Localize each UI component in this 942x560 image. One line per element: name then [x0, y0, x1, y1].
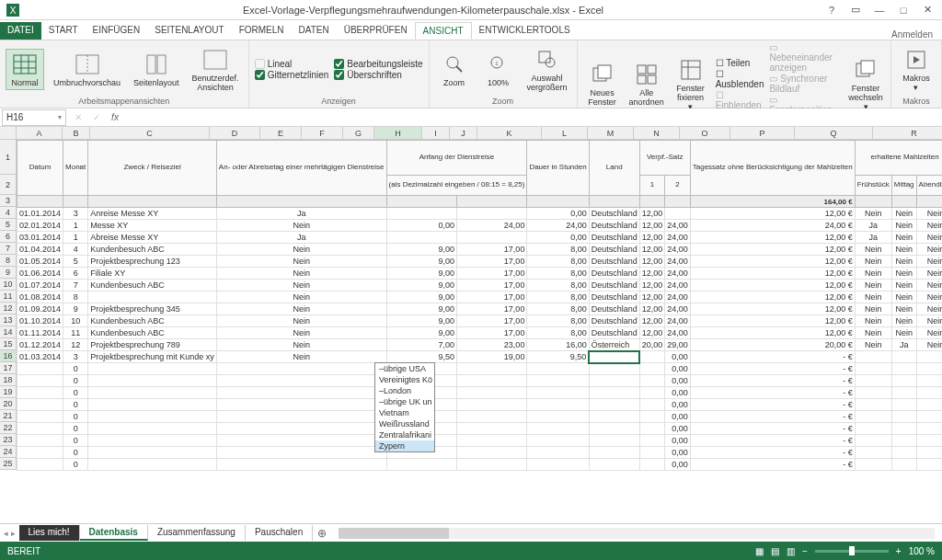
cell[interactable]: 01.09.2014 — [17, 303, 63, 315]
cell[interactable] — [527, 411, 589, 423]
cell[interactable]: Ja — [216, 208, 386, 220]
cell[interactable] — [891, 399, 916, 411]
cell[interactable]: 0 — [63, 387, 88, 399]
cell[interactable] — [17, 399, 63, 411]
maximize-icon[interactable]: □ — [892, 2, 914, 18]
cell[interactable]: 17,00 — [456, 268, 526, 280]
cell[interactable]: 0,00 — [665, 387, 691, 399]
cell[interactable]: 24,00 — [456, 220, 526, 232]
cell[interactable] — [665, 208, 691, 220]
cell[interactable] — [17, 459, 63, 471]
cell[interactable] — [216, 387, 386, 399]
summary-cell[interactable] — [63, 196, 88, 208]
cell[interactable]: Deutschland — [589, 268, 639, 280]
cell[interactable] — [216, 423, 386, 435]
zoom-button[interactable]: Zoom — [435, 50, 474, 89]
cell[interactable]: 12,00 — [639, 220, 665, 232]
cell[interactable]: Nein — [891, 315, 916, 327]
cell[interactable]: 01.06.2014 — [17, 268, 63, 280]
cell[interactable]: 12,00 — [639, 291, 665, 303]
cell[interactable]: 12,00 — [639, 244, 665, 256]
cell[interactable] — [456, 447, 526, 459]
cell[interactable]: 5 — [63, 256, 88, 268]
minimize-icon[interactable]: — — [868, 2, 890, 18]
header-cell[interactable]: An- oder Abreisetag einer mehrtägigen Di… — [216, 141, 386, 196]
cell[interactable]: 0 — [63, 423, 88, 435]
cell[interactable]: Deutschland — [589, 327, 639, 339]
dropdown-item[interactable]: –London — [375, 385, 434, 396]
dropdown-item[interactable]: Vereinigtes Kö — [375, 374, 434, 385]
freeze-panes-button[interactable]: Fenster fixieren ▾ — [672, 55, 710, 113]
cell[interactable]: 8,00 — [527, 291, 589, 303]
confirm-formula-icon[interactable]: ✓ — [88, 112, 105, 122]
cell[interactable]: 24,00 € — [690, 220, 855, 232]
row-header-21[interactable]: 21 — [0, 410, 17, 422]
sheet-tab-zusammenfassung[interactable]: Zusammenfassung — [148, 525, 246, 541]
cell[interactable]: Projektbesprechung mit Kunde xy — [88, 351, 217, 363]
cell[interactable]: 17,00 — [456, 303, 526, 315]
cell[interactable] — [527, 423, 589, 435]
cell[interactable]: 3 — [63, 208, 88, 220]
cell[interactable]: 20,00 € — [690, 339, 855, 351]
cell[interactable]: 0,00 — [665, 459, 691, 471]
cell[interactable]: 6 — [63, 268, 88, 280]
cell[interactable]: 24,00 — [665, 291, 691, 303]
cell[interactable] — [916, 351, 942, 363]
cell[interactable] — [386, 208, 456, 220]
cell[interactable]: Nein — [216, 268, 386, 280]
col-header-F[interactable]: F — [302, 127, 343, 140]
cancel-formula-icon[interactable]: ✕ — [70, 112, 86, 122]
cell[interactable]: 19,00 — [456, 351, 526, 363]
row-header-5[interactable]: 5 — [0, 219, 17, 231]
cell[interactable]: 12,00 — [639, 256, 665, 268]
zoom-slider[interactable] — [815, 550, 889, 553]
spreadsheet-grid[interactable]: ABCDEFGHIJKLMNOPQR 123456789101112131415… — [0, 127, 942, 523]
close-icon[interactable]: ✕ — [916, 2, 938, 18]
cell[interactable]: 12,00 — [639, 208, 665, 220]
cell[interactable]: Kundenbesuch ABC — [88, 315, 217, 327]
cell[interactable]: 03.01.2014 — [17, 232, 63, 244]
cell[interactable]: 24,00 — [665, 244, 691, 256]
summary-cell[interactable] — [855, 196, 891, 208]
cell[interactable]: Nein — [855, 268, 891, 280]
cell[interactable]: 12,00 € — [690, 256, 855, 268]
cell[interactable]: 17,00 — [456, 280, 526, 291]
col-header-L[interactable]: L — [542, 127, 588, 140]
cell[interactable]: Österreich — [589, 339, 639, 351]
cell[interactable]: Nein — [855, 256, 891, 268]
cell[interactable]: 01.11.2014 — [17, 327, 63, 339]
cell[interactable] — [88, 459, 217, 471]
cell[interactable]: Nein — [855, 291, 891, 303]
col-header-Q[interactable]: Q — [795, 127, 873, 140]
cell[interactable]: 8,00 — [527, 256, 589, 268]
cell[interactable] — [589, 435, 639, 447]
cell[interactable] — [855, 411, 891, 423]
cell[interactable]: 0 — [63, 435, 88, 447]
cell[interactable] — [88, 363, 217, 375]
cell[interactable]: 01.01.2014 — [17, 208, 63, 220]
cell[interactable]: 0,00 — [665, 447, 691, 459]
cell[interactable]: Nein — [891, 291, 916, 303]
cell[interactable]: 12,00 — [639, 303, 665, 315]
cell[interactable] — [216, 399, 386, 411]
cell[interactable]: 29,00 — [665, 339, 691, 351]
cell[interactable] — [916, 363, 942, 375]
cell[interactable]: Nein — [855, 244, 891, 256]
cell[interactable]: 23,00 — [456, 339, 526, 351]
summary-cell[interactable]: 164,00 € — [690, 196, 855, 208]
header-cell[interactable]: Monat — [63, 141, 88, 196]
cell[interactable]: 9,00 — [386, 291, 456, 303]
column-headers[interactable]: ABCDEFGHIJKLMNOPQR — [17, 127, 942, 140]
sheet-tab-lies-mich-[interactable]: Lies mich! — [19, 525, 80, 541]
cell[interactable]: Ja — [216, 232, 386, 244]
cell[interactable] — [456, 208, 526, 220]
cell[interactable]: Nein — [216, 339, 386, 351]
cell[interactable]: Deutschland — [589, 315, 639, 327]
arrange-all-button[interactable]: Alle anordnen — [627, 60, 666, 109]
summary-cell[interactable] — [665, 196, 691, 208]
cell[interactable]: 12,00 € — [690, 303, 855, 315]
cell[interactable]: Anreise Messe XY — [88, 208, 217, 220]
cell[interactable] — [639, 375, 665, 387]
cell[interactable]: Nein — [916, 220, 942, 232]
cell[interactable] — [891, 459, 916, 471]
